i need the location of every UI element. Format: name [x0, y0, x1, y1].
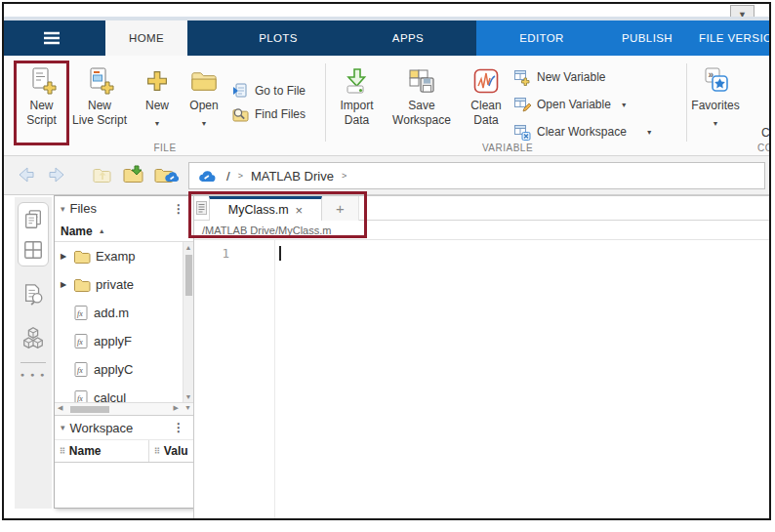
tab-publish[interactable]: PUBLISH — [602, 20, 692, 56]
dropdown-arrow-icon: ▼ — [201, 116, 208, 131]
save-workspace-icon — [407, 63, 436, 99]
file-row[interactable]: ▶ private — [55, 270, 193, 299]
section-separator — [325, 63, 326, 142]
collapse-triangle-icon[interactable]: ▾ — [61, 423, 65, 432]
tab-apps[interactable]: APPS — [359, 20, 457, 56]
tab-label: EDITOR — [519, 32, 564, 44]
button-label: New — [88, 99, 111, 113]
button-label: Clean — [470, 99, 501, 113]
expand-arrow-icon[interactable]: ▶ — [61, 252, 68, 261]
workspace-name-column[interactable]: ⠿ Name — [55, 440, 149, 462]
hamburger-icon — [43, 31, 61, 45]
editor-tab-myclass[interactable]: MyClass.m × — [209, 196, 322, 221]
new-variable-button[interactable]: New Variable — [513, 63, 681, 91]
button-label: Live Script — [72, 113, 127, 128]
file-name: Examp — [96, 249, 135, 264]
button-label: New Variable — [537, 70, 605, 84]
new-button[interactable]: New ▼ — [133, 63, 182, 131]
file-row[interactable]: fx applyC — [55, 355, 193, 384]
tab-home[interactable]: HOME — [105, 20, 187, 56]
button-label: Favorites — [691, 99, 739, 113]
expand-arrow-icon[interactable]: ▶ — [61, 280, 68, 289]
scroll-up-icon[interactable]: ▲ — [184, 244, 193, 251]
import-data-button[interactable]: Import Data — [330, 63, 384, 128]
sidebar-item-files[interactable] — [22, 208, 44, 231]
sidebar-item-addons[interactable] — [20, 325, 46, 350]
scrollbar-thumb[interactable] — [70, 406, 109, 413]
breadcrumb-folder[interactable]: MATLAB Drive — [251, 169, 334, 184]
matlab-drive-cloud-icon — [197, 168, 219, 184]
file-row[interactable]: fx add.m — [55, 299, 193, 327]
go-to-file-icon — [231, 82, 249, 100]
column-label: Name — [61, 225, 93, 238]
scroll-left-icon[interactable]: ◀ — [58, 404, 62, 412]
collapse-triangle-icon[interactable]: ▾ — [61, 204, 65, 214]
layout-grid-icon — [22, 239, 44, 261]
back-button[interactable] — [16, 164, 37, 185]
new-plus-icon — [143, 63, 172, 99]
open-folder-icon — [188, 63, 220, 99]
scroll-down-icon[interactable]: ▼ — [184, 404, 191, 411]
file-name: calcul — [94, 390, 126, 402]
breadcrumb-root[interactable]: / — [226, 169, 230, 184]
sidebar-item-search-documents[interactable] — [21, 282, 45, 307]
sidebar-more-button[interactable]: ● ● ● — [20, 371, 47, 378]
workspace-value-column[interactable]: ⠿ Valu — [149, 440, 193, 462]
close-tab-icon[interactable]: × — [296, 203, 304, 218]
editor-body[interactable]: 1 — [194, 240, 769, 518]
forward-button[interactable] — [46, 164, 67, 185]
file-row[interactable]: fx applyF — [55, 327, 193, 355]
import-data-icon — [343, 63, 372, 99]
open-button[interactable]: Open ▼ — [180, 63, 228, 131]
scrollbar-thumb[interactable] — [185, 255, 192, 296]
workspace-column-headers: ⠿ Name ⠿ Valu — [55, 439, 193, 463]
clean-data-button[interactable]: Clean Data — [463, 63, 510, 128]
file-name: applyF — [94, 334, 132, 348]
tab-title: MyClass.m — [228, 203, 289, 217]
tab-editor[interactable]: EDITOR — [493, 20, 591, 56]
file-path: /MATLAB Drive/MyClass.m — [202, 225, 331, 236]
document-list-icon — [196, 201, 207, 215]
drag-grip-icon: ⠿ — [60, 447, 65, 456]
tab-file-versions[interactable]: FILE VERSION — [699, 20, 771, 56]
dropdown-arrow-icon: ▼ — [713, 116, 719, 131]
open-cloud-folder-button[interactable] — [153, 164, 179, 185]
files-panel-header: ▾ Files ⋮ — [55, 196, 193, 221]
go-to-file-button[interactable]: Go to File — [231, 79, 306, 102]
workspace-menu-button[interactable]: ⋮ — [170, 421, 187, 434]
folder-icon — [73, 277, 91, 293]
button-label: Import — [340, 99, 373, 113]
file-row[interactable]: fx calcul — [55, 384, 193, 402]
file-name: private — [96, 277, 134, 292]
favorites-button[interactable]: » Favorites ▼ — [687, 63, 744, 131]
horizontal-scrollbar[interactable]: ◀ ▶ ▼ — [55, 402, 193, 415]
tab-label: PLOTS — [259, 32, 298, 44]
clear-workspace-button[interactable]: Clear Workspace ▼ — [513, 118, 681, 145]
find-files-button[interactable]: Find Files — [231, 102, 306, 126]
clipped-toolstrip-button[interactable]: C — [761, 126, 770, 140]
clean-data-icon — [471, 63, 501, 99]
vertical-scrollbar[interactable]: ▲ ▼ — [183, 242, 193, 402]
upload-to-drive-button[interactable] — [121, 164, 144, 185]
tab-plots[interactable]: PLOTS — [229, 20, 327, 56]
open-variable-button[interactable]: Open Variable ▼ — [513, 91, 681, 118]
save-workspace-button[interactable]: Save Workspace — [388, 63, 456, 128]
button-label: Go to File — [255, 84, 306, 98]
sidebar-item-layout[interactable] — [22, 239, 44, 261]
new-tab-button[interactable]: + — [322, 196, 359, 221]
file-row[interactable]: ▶ Examp — [55, 242, 193, 270]
scroll-right-icon[interactable]: ▶ — [174, 404, 179, 412]
document-bar-menu-button[interactable] — [196, 201, 207, 215]
up-one-level-button[interactable] — [91, 164, 112, 185]
menu-button[interactable] — [33, 20, 70, 56]
function-file-icon: fx — [73, 389, 89, 402]
new-live-script-icon — [84, 63, 115, 99]
files-menu-button[interactable]: ⋮ — [170, 202, 187, 216]
files-name-column-header[interactable]: Name ▲ — [55, 221, 193, 242]
scroll-down-icon[interactable]: ▼ — [184, 393, 193, 400]
new-live-script-button[interactable]: New Live Script — [68, 63, 131, 128]
new-script-button[interactable]: New Script — [14, 63, 69, 128]
column-label: Valu — [164, 444, 188, 458]
chevron-right-icon: > — [238, 171, 243, 181]
find-files-icon — [231, 105, 249, 123]
